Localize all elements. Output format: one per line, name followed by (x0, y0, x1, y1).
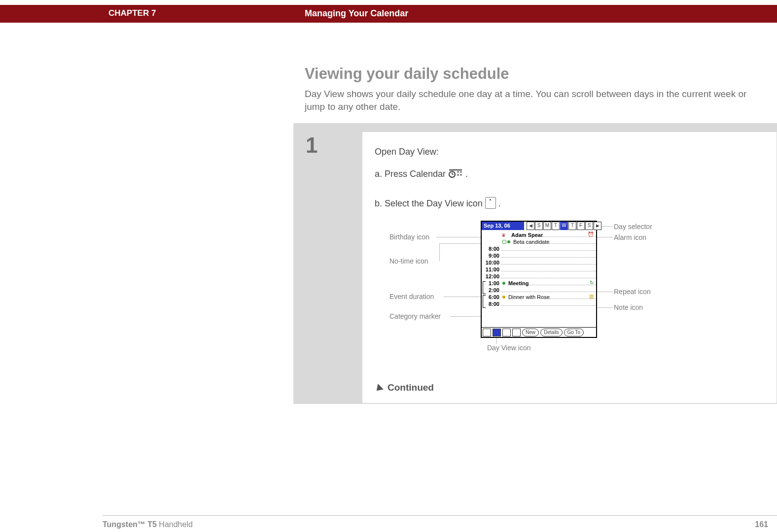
day-fri[interactable]: F (577, 222, 585, 230)
day-thu[interactable]: T (568, 222, 576, 230)
view-month-button[interactable] (512, 329, 521, 336)
footer-divider (103, 515, 777, 516)
view-week-button[interactable] (502, 329, 511, 336)
event-birthday-name: Adam Spear (509, 232, 543, 238)
day-sat[interactable]: S (585, 222, 593, 230)
callout-day-view-icon: Day View icon (487, 344, 530, 352)
callout-alarm-icon: Alarm icon (614, 233, 646, 241)
step-sub-a-suffix: . (465, 169, 468, 179)
chapter-label: CHAPTER 7 (108, 8, 156, 18)
day-view-icon (485, 197, 496, 209)
new-button[interactable]: New (522, 329, 539, 336)
repeat-icon: ↻ (590, 280, 594, 285)
day-mon[interactable]: M (543, 222, 551, 230)
day-prev-arrow-icon[interactable]: ◀ (527, 222, 534, 230)
event-row-meeting[interactable]: 1:00 Meeting ↻ (482, 280, 596, 287)
step-sub-b: b. Select the Day View icon . (375, 197, 501, 209)
event-row-notime[interactable]: Beta candidate (482, 238, 596, 245)
day-wed[interactable]: W (560, 222, 568, 230)
day-selector: ◀ S M T W T F S ▶ (526, 222, 601, 230)
device-footer: New Details Go To (482, 327, 596, 337)
category-marker-icon (502, 296, 505, 299)
callout-category-marker: Category marker (389, 312, 441, 320)
device-screenshot: Sep 13, 06 ◀ S M T W T F S ▶ (481, 221, 597, 338)
callout-note-icon: Note icon (614, 303, 643, 311)
continued-arrow-icon (374, 384, 384, 394)
svg-point-5 (458, 174, 459, 176)
event-meeting-name: Meeting (506, 280, 529, 286)
section-heading: Viewing your daily schedule (305, 65, 509, 83)
step-sub-a: a. Press Calendar . (375, 169, 468, 181)
device-date[interactable]: Sep 13, 06 (482, 222, 524, 230)
header-bar: CHAPTER 7 Managing Your Calendar (0, 5, 777, 23)
callout-day-selector: Day selector (614, 223, 652, 231)
step-number: 1 (306, 133, 318, 158)
step-sub-a-prefix: a. Press Calendar (375, 169, 448, 179)
day-tue[interactable]: T (552, 222, 560, 230)
section-intro: Day View shows your daily schedule one d… (305, 88, 768, 113)
footer-page-number: 161 (755, 520, 768, 529)
event-dinner-name: Dinner with Rose (506, 294, 550, 300)
event-row-birthday[interactable]: ♛ Adam Spear ⏰ (482, 232, 596, 238)
no-time-icon (502, 240, 506, 244)
day-next-arrow-icon[interactable]: ▶ (594, 222, 601, 230)
category-marker-icon (502, 282, 505, 285)
alarm-icon: ⏰ (588, 232, 594, 237)
calendar-button-icon (448, 169, 463, 181)
note-icon: ▥ (589, 294, 594, 299)
callout-birthday-icon: Birthday icon (389, 233, 429, 241)
svg-point-6 (460, 174, 462, 176)
page: CHAPTER 7 Managing Your Calendar Viewing… (0, 0, 777, 532)
svg-point-4 (460, 171, 462, 173)
device-header: Sep 13, 06 ◀ S M T W T F S ▶ (482, 222, 596, 230)
footer-product-bold: Tungsten™ T5 (103, 520, 157, 529)
callout-repeat-icon: Repeat icon (614, 288, 651, 296)
step-panel: Open Day View: a. Press Calendar . (362, 132, 777, 403)
day-sun[interactable]: S (535, 222, 543, 230)
event-row-dinner[interactable]: 6:00 Dinner with Rose ▥ (482, 294, 596, 300)
step-panel-inner: Open Day View: a. Press Calendar . (362, 132, 777, 403)
category-marker-icon (507, 240, 510, 243)
continued-indicator: Continued (375, 382, 434, 393)
svg-point-3 (458, 171, 459, 173)
device-body: ♛ Adam Spear ⏰ Beta candidate (482, 232, 596, 326)
footer-product: Tungsten™ T5 Handheld (103, 520, 193, 529)
step-sub-b-suffix: . (498, 199, 501, 208)
birthday-icon: ♛ (501, 233, 506, 237)
callout-event-duration: Event duration (389, 293, 434, 300)
details-button[interactable]: Details (540, 329, 563, 336)
goto-button[interactable]: Go To (564, 329, 584, 336)
step-sub-b-prefix: b. Select the Day View icon (375, 199, 485, 208)
footer-product-rest: Handheld (157, 520, 193, 529)
chapter-title: Managing Your Calendar (305, 8, 408, 19)
step-open-line: Open Day View: (375, 147, 439, 157)
event-notime-name: Beta candidate (511, 239, 549, 245)
continued-label: Continued (388, 382, 434, 393)
callout-no-time-icon: No-time icon (389, 257, 428, 265)
view-day-button[interactable] (493, 329, 501, 336)
view-agenda-button[interactable] (483, 329, 491, 336)
